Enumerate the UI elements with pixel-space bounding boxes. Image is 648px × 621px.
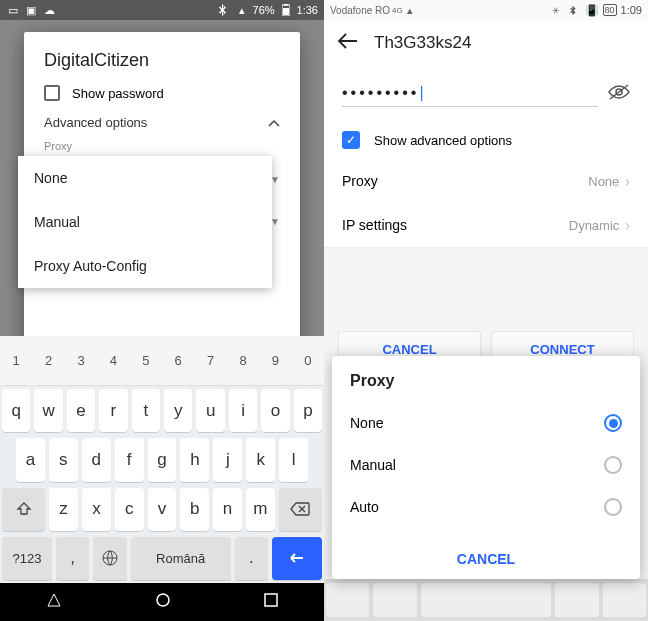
period-key[interactable]: .: [235, 537, 268, 580]
network-type: 4G: [392, 6, 403, 15]
comma-key[interactable]: ,: [56, 537, 89, 580]
key-l[interactable]: l: [279, 438, 308, 481]
key-9[interactable]: 9: [261, 339, 289, 382]
show-password-checkbox[interactable]: [44, 85, 60, 101]
key-a[interactable]: a: [16, 438, 45, 481]
show-advanced-row[interactable]: ✓ Show advanced options: [324, 121, 648, 159]
key-3[interactable]: 3: [67, 339, 95, 382]
key-5[interactable]: 5: [132, 339, 160, 382]
svg-point-4: [157, 594, 169, 606]
dropdown-item-none[interactable]: None: [18, 156, 272, 200]
key-h[interactable]: h: [180, 438, 209, 481]
key-m[interactable]: m: [246, 488, 275, 531]
key-8[interactable]: 8: [229, 339, 257, 382]
home-icon[interactable]: [154, 591, 172, 613]
key-i[interactable]: i: [229, 389, 257, 432]
signal-icon: ▴: [235, 3, 249, 17]
key-d[interactable]: d: [82, 438, 111, 481]
radio-selected-icon: [604, 414, 622, 432]
screen-right: Vodafone RO 4G ▴ ⚹ 📳 80 1:09 Th3G33ks24 …: [324, 0, 648, 621]
symbols-key[interactable]: ?123: [2, 537, 52, 580]
key-r[interactable]: r: [99, 389, 127, 432]
sheet-title: Proxy: [350, 372, 622, 390]
key-6[interactable]: 6: [164, 339, 192, 382]
visibility-off-icon[interactable]: [608, 83, 630, 105]
vibrate-icon: 📳: [585, 3, 599, 17]
key-7[interactable]: 7: [196, 339, 224, 382]
radio-manual[interactable]: Manual: [350, 444, 622, 486]
key-n[interactable]: n: [213, 488, 242, 531]
back-icon[interactable]: [46, 592, 62, 612]
key-1[interactable]: 1: [2, 339, 30, 382]
dropdown-item-pac[interactable]: Proxy Auto-Config: [18, 244, 272, 288]
keyboard-peek: [324, 579, 648, 621]
bluetooth-icon: [217, 3, 231, 17]
key-u[interactable]: u: [196, 389, 224, 432]
proxy-dropdown-popup: None Manual Proxy Auto-Config: [18, 156, 272, 288]
key-p[interactable]: p: [294, 389, 322, 432]
dropdown-item-manual[interactable]: Manual: [18, 200, 272, 244]
key-o[interactable]: o: [261, 389, 289, 432]
key-b[interactable]: b: [180, 488, 209, 531]
key-s[interactable]: s: [49, 438, 78, 481]
key-y[interactable]: y: [164, 389, 192, 432]
page-title: Th3G33ks24: [374, 33, 471, 53]
key-z[interactable]: z: [49, 488, 78, 531]
enter-key[interactable]: [272, 537, 322, 580]
cloud-icon: ☁: [42, 3, 56, 17]
key-4[interactable]: 4: [99, 339, 127, 382]
signal-icon: ▴: [403, 3, 417, 17]
battery-text: 76%: [253, 4, 275, 16]
carrier-text: Vodafone RO: [330, 5, 390, 16]
battery-icon: [279, 3, 293, 17]
key-f[interactable]: f: [115, 438, 144, 481]
recents-icon[interactable]: [264, 593, 278, 611]
number-row: 1234567890: [0, 336, 324, 386]
advanced-options-row[interactable]: Advanced options: [44, 115, 280, 130]
radio-icon: [604, 456, 622, 474]
back-arrow-icon[interactable]: [338, 33, 358, 53]
key-t[interactable]: t: [132, 389, 160, 432]
proxy-setting-label: Proxy: [342, 173, 378, 189]
language-key[interactable]: [93, 537, 126, 580]
key-e[interactable]: e: [67, 389, 95, 432]
key-2[interactable]: 2: [34, 339, 62, 382]
proxy-setting-row[interactable]: Proxy None ›: [324, 159, 648, 203]
radio-none[interactable]: None: [350, 402, 622, 444]
status-bar-left: ▭ ▣ ☁ ▴ 76% 1:36: [0, 0, 324, 20]
ip-setting-label: IP settings: [342, 217, 407, 233]
clock-text: 1:36: [297, 4, 318, 16]
ip-setting-row[interactable]: IP settings Dynamic ›: [324, 203, 648, 247]
show-advanced-checkbox[interactable]: ✓: [342, 131, 360, 149]
shift-key[interactable]: [2, 488, 45, 531]
key-v[interactable]: v: [148, 488, 177, 531]
proxy-bottom-sheet: Proxy None Manual Auto CANCEL: [332, 356, 640, 579]
key-j[interactable]: j: [213, 438, 242, 481]
key-w[interactable]: w: [34, 389, 62, 432]
backspace-key[interactable]: [279, 488, 322, 531]
notif-icon: ▭: [6, 3, 20, 17]
soft-keyboard: 1234567890 qwertyuiop asdfghjkl zxcvbnm …: [0, 336, 324, 583]
clock-text: 1:09: [621, 4, 642, 16]
bluetooth-icon: [567, 3, 581, 17]
page-header: Th3G33ks24: [324, 20, 648, 66]
status-bar-right: Vodafone RO 4G ▴ ⚹ 📳 80 1:09: [324, 0, 648, 20]
key-k[interactable]: k: [246, 438, 275, 481]
radio-icon: [604, 498, 622, 516]
key-q[interactable]: q: [2, 389, 30, 432]
radio-label: Auto: [350, 499, 379, 515]
show-advanced-label: Show advanced options: [374, 133, 512, 148]
key-c[interactable]: c: [115, 488, 144, 531]
show-password-row[interactable]: Show password: [44, 85, 280, 101]
ip-setting-value: Dynamic: [569, 218, 620, 233]
key-x[interactable]: x: [82, 488, 111, 531]
password-field[interactable]: •••••••••|: [342, 80, 598, 107]
advanced-options-label: Advanced options: [44, 115, 147, 130]
proxy-setting-value: None: [588, 174, 619, 189]
key-g[interactable]: g: [148, 438, 177, 481]
key-0[interactable]: 0: [294, 339, 322, 382]
sheet-cancel-button[interactable]: CANCEL: [350, 539, 622, 571]
chevron-up-icon: [268, 115, 280, 130]
space-key[interactable]: Română: [131, 537, 231, 580]
radio-auto[interactable]: Auto: [350, 486, 622, 528]
